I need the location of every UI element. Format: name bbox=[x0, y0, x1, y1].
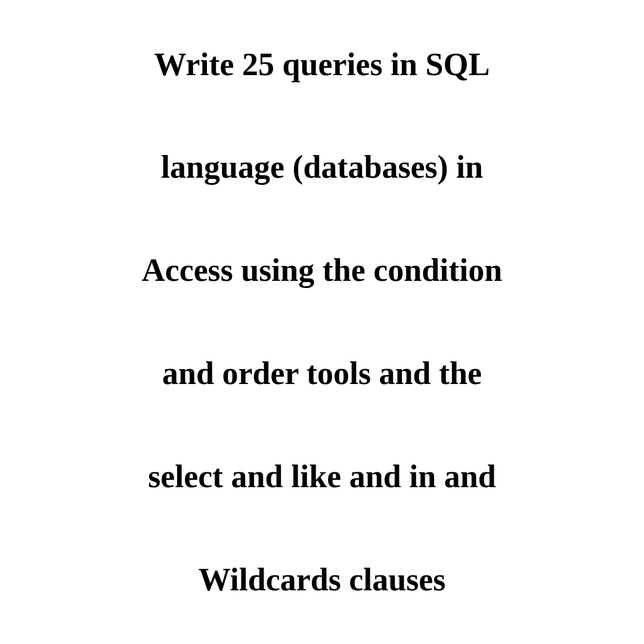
text-line-3: Access using the condition bbox=[142, 219, 503, 322]
document-text-block: Write 25 queries in SQL language (databa… bbox=[94, 13, 550, 631]
text-line-2: language (databases) in bbox=[142, 116, 503, 219]
text-line-4: and order tools and the bbox=[142, 322, 503, 425]
text-line-1: Write 25 queries in SQL bbox=[142, 13, 503, 116]
text-line-5: select and like and in and bbox=[142, 425, 503, 528]
text-line-6: Wildcards clauses bbox=[142, 528, 503, 631]
